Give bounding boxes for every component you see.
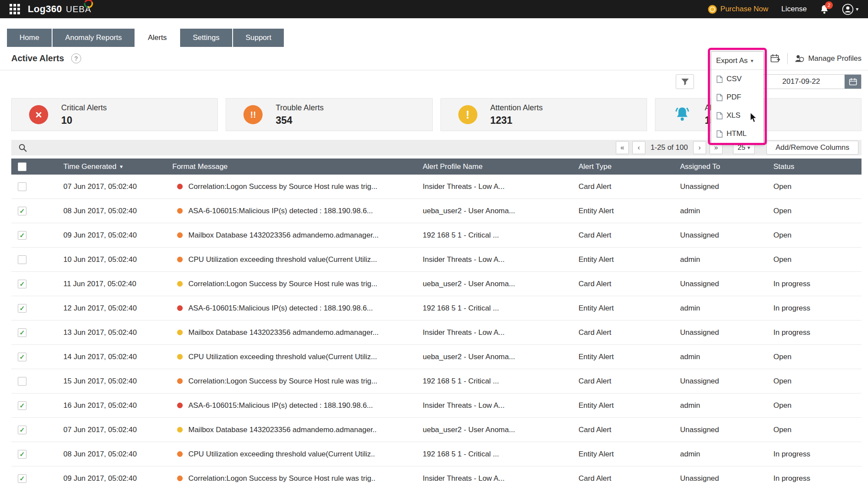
- severity-dot: [177, 330, 183, 335]
- select-all-checkbox[interactable]: [18, 162, 26, 171]
- tab-settings[interactable]: Settings: [180, 29, 232, 47]
- export-option-pdf[interactable]: PDF: [711, 88, 763, 106]
- status-cell: In progress: [773, 442, 861, 466]
- calendar-icon[interactable]: [845, 75, 861, 89]
- profile-cell: ueba_user2 - User Anoma...: [423, 345, 579, 369]
- table-row[interactable]: 10 Jun 2017, 05:02:40 CPU Utilization ex…: [11, 248, 861, 272]
- caret-down-icon: ▾: [856, 6, 858, 12]
- severity-dot: [177, 403, 183, 408]
- message-cell: CPU Utilization exceeding threshold valu…: [172, 442, 423, 466]
- row-checkbox[interactable]: ✓: [18, 401, 26, 410]
- manage-profiles-button[interactable]: Manage Profiles: [795, 54, 861, 63]
- table-row[interactable]: ✓ 08 Jun 2017, 05:02:40 CPU Utilization …: [11, 442, 861, 466]
- message-cell: Mailbox Database 1432023356 admandemo.ad…: [172, 418, 423, 442]
- summary-card[interactable]: × Critical Alerts 10: [11, 98, 218, 131]
- notifications-button[interactable]: 2: [820, 4, 829, 14]
- table-row[interactable]: ✓ 11 Jun 2017, 05:02:40 Correlation:Logo…: [11, 272, 861, 296]
- column-format-message[interactable]: Format Message: [172, 159, 423, 175]
- file-icon: [717, 130, 723, 138]
- column-status[interactable]: Status: [773, 159, 861, 175]
- status-cell: Open: [773, 223, 861, 247]
- severity-dot: [177, 427, 183, 433]
- status-cell: Open: [773, 345, 861, 369]
- add-remove-columns-button[interactable]: Add/Remove Columns: [766, 141, 858, 155]
- message-cell: Mailbox Database 1432023356 admandemo.ad…: [172, 320, 423, 344]
- row-checkbox[interactable]: [18, 255, 26, 264]
- pagination-range: 1-25 of 100: [651, 143, 688, 152]
- prev-page-button[interactable]: ‹: [632, 141, 645, 154]
- license-link[interactable]: License: [781, 5, 807, 13]
- status-cell: Open: [773, 369, 861, 393]
- user-icon: [842, 3, 854, 15]
- table-row[interactable]: 07 Jun 2017, 05:02:40 Correlation:Logon …: [11, 175, 861, 199]
- type-cell: Card Alert: [579, 272, 680, 296]
- type-cell: Card Alert: [579, 466, 680, 489]
- export-as-button[interactable]: Export As ▾: [711, 52, 763, 70]
- table-row[interactable]: ✓ 09 Jun 2017, 05:02:40 Mailbox Database…: [11, 223, 861, 248]
- search-icon[interactable]: [18, 143, 27, 152]
- table-row[interactable]: ✓ 13 Jun 2017, 05:02:40 Mailbox Database…: [11, 320, 861, 345]
- table-row[interactable]: ✓ 08 Jun 2017, 05:02:40 ASA-6-106015:Mal…: [11, 199, 861, 223]
- file-icon: [717, 76, 723, 83]
- logo: Log360 UEBA: [28, 3, 91, 15]
- profile-cell: Insider Threats - Low A...: [423, 175, 579, 198]
- main-nav-tabs: HomeAnomaly ReportsAlertsSettingsSupport: [7, 29, 861, 47]
- row-checkbox[interactable]: ✓: [18, 426, 26, 434]
- assigned-cell: admin: [680, 393, 773, 417]
- table-row[interactable]: 15 Jun 2017, 05:02:40 Correlation:Logon …: [11, 369, 861, 393]
- row-checkbox[interactable]: ✓: [18, 353, 26, 361]
- row-checkbox[interactable]: ✓: [18, 328, 26, 337]
- filter-button[interactable]: [676, 74, 694, 89]
- summary-card[interactable]: !! Trouble Alerts 354: [226, 98, 432, 131]
- next-page-button[interactable]: ›: [693, 141, 706, 154]
- apps-grid-icon[interactable]: [10, 4, 20, 14]
- schedule-export-icon[interactable]: [770, 54, 780, 63]
- tab-home[interactable]: Home: [7, 29, 52, 47]
- table-row[interactable]: ✓ 09 Jun 2017, 05:02:40 Correlation:Logo…: [11, 466, 861, 489]
- severity-dot: [177, 232, 183, 238]
- tab-alerts[interactable]: Alerts: [135, 29, 179, 47]
- row-checkbox[interactable]: ✓: [18, 304, 26, 313]
- time-cell: 10 Jun 2017, 05:02:40: [63, 248, 172, 271]
- type-cell: Entity Alert: [579, 296, 680, 320]
- type-cell: Entity Alert: [579, 199, 680, 223]
- message-cell: Correlation:Logon Success by Source Host…: [172, 369, 423, 393]
- user-menu[interactable]: ▾: [842, 3, 858, 15]
- profile-cell: Insider Threats - Low A...: [423, 320, 579, 344]
- coin-icon: [708, 5, 717, 14]
- row-checkbox[interactable]: ✓: [18, 207, 26, 215]
- table-row[interactable]: ✓ 16 Jun 2017, 05:02:40 ASA-6-106015:Mal…: [11, 393, 861, 418]
- severity-dot: [177, 378, 183, 384]
- row-checkbox[interactable]: ✓: [18, 450, 26, 459]
- table-row[interactable]: ✓ 12 Jun 2017, 05:02:40 ASA-6-106015:Mal…: [11, 296, 861, 320]
- export-options: CSV PDF XLS HTML: [711, 70, 763, 143]
- message-cell: Correlation:Logon Success by Source Host…: [172, 175, 423, 198]
- divider: [787, 53, 788, 64]
- row-checkbox[interactable]: [18, 377, 26, 386]
- tab-support[interactable]: Support: [233, 29, 284, 47]
- export-option-csv[interactable]: CSV: [711, 70, 763, 88]
- time-cell: 08 Jun 2017, 05:02:40: [63, 442, 172, 466]
- row-checkbox[interactable]: ✓: [18, 280, 26, 288]
- assigned-cell: admin: [680, 296, 773, 320]
- profile-cell: 192 168 5 1 - Critical ...: [423, 369, 579, 393]
- first-page-button[interactable]: «: [616, 141, 629, 154]
- purchase-now-link[interactable]: Purchase Now: [708, 5, 769, 14]
- table-row[interactable]: ✓ 14 Jun 2017, 05:02:40 CPU Utilization …: [11, 345, 861, 369]
- row-checkbox[interactable]: ✓: [18, 231, 26, 240]
- column-alert-profile-name[interactable]: Alert Profile Name: [423, 159, 579, 175]
- help-icon[interactable]: ?: [71, 53, 81, 63]
- summary-card[interactable]: ! Attention Alerts 1231: [441, 98, 647, 131]
- row-checkbox[interactable]: [18, 182, 26, 191]
- sort-desc-icon[interactable]: ▾: [120, 163, 123, 170]
- column-assigned-to[interactable]: Assigned To: [680, 159, 773, 175]
- column-alert-type[interactable]: Alert Type: [579, 159, 680, 175]
- table-row[interactable]: ✓ 07 Jun 2017, 05:02:40 Mailbox Database…: [11, 418, 861, 442]
- tab-anomaly-reports[interactable]: Anomaly Reports: [53, 29, 134, 47]
- column-time-generated[interactable]: Time Generated ▾: [63, 159, 172, 175]
- checkbox-cell: ✓: [11, 223, 63, 247]
- row-checkbox[interactable]: ✓: [18, 474, 26, 483]
- time-cell: 11 Jun 2017, 05:02:40: [63, 272, 172, 296]
- export-option-html[interactable]: HTML: [711, 125, 763, 143]
- attention-exclamation-icon: !: [458, 105, 477, 124]
